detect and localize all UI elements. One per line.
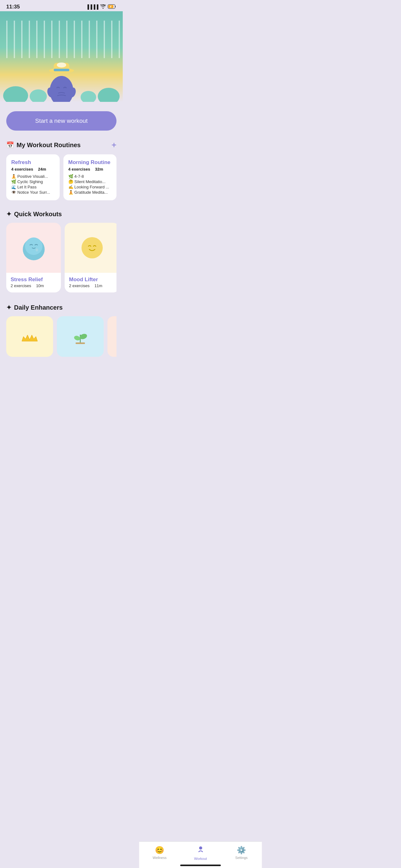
list-item: 👁️ Notice Your Surr...: [11, 190, 55, 195]
daily-section-header: ✦ Daily Enhancers: [6, 304, 116, 311]
list-item: 🤔 Silent Meditatio...: [68, 179, 112, 184]
status-bar: 11:35 ▐▐▐▐: [0, 0, 123, 11]
list-item: ✍️ Looking Forward ...: [68, 185, 112, 189]
quick-card-title-mood: Mood Lifter: [69, 277, 115, 283]
list-item: 🌊 Let It Pass: [11, 185, 55, 189]
routines-grid: Refresh 4 exercises 24m 🧘 Positive Visua…: [6, 154, 116, 200]
status-time: 11:35: [6, 4, 20, 10]
bush-left-1: [3, 86, 28, 102]
quick-workouts-scroll[interactable]: Stress Relief 2 exercises 10m: [6, 223, 116, 294]
status-icons: ▐▐▐▐: [86, 4, 116, 10]
quick-card-info-mood: Mood Lifter 2 exercises 11m: [65, 273, 116, 292]
routine-title-morning: Morning Routine: [68, 159, 112, 165]
quick-card-img-stress: [6, 223, 61, 273]
svg-point-13: [81, 237, 103, 258]
character-mascot: [44, 58, 79, 102]
svg-point-12: [36, 248, 38, 251]
sparkle-icon-daily: ✦: [6, 304, 11, 311]
routine-meta-refresh: 4 exercises 24m: [11, 167, 55, 172]
routine-meta-morning: 4 exercises 32m: [68, 167, 112, 172]
quick-card-stress-relief[interactable]: Stress Relief 2 exercises 10m: [6, 223, 61, 292]
daily-card-0[interactable]: [6, 316, 53, 357]
routines-section-header: 📅 My Workout Routines +: [6, 141, 116, 149]
quick-card-info-stress: Stress Relief 2 exercises 10m: [6, 273, 61, 292]
hero-section: [0, 11, 123, 102]
daily-section-title: ✦ Daily Enhancers: [6, 304, 63, 311]
daily-card-2[interactable]: 🌸: [107, 316, 116, 357]
quick-card-img-mood: [65, 223, 116, 273]
routine-exercises-morning: 🌿 4-7-8 🤔 Silent Meditatio... ✍️ Looking…: [68, 174, 112, 195]
svg-point-6: [49, 76, 73, 102]
svg-rect-4: [54, 69, 69, 71]
bush-right-1: [98, 88, 120, 102]
svg-rect-17: [75, 342, 85, 344]
routines-section-title: 📅 My Workout Routines: [6, 141, 80, 149]
sparkle-icon-quick: ✦: [6, 210, 11, 218]
bush-right-2: [80, 91, 96, 102]
list-item: 🌿 Cyclic Sighing: [11, 179, 55, 184]
signal-icon: ▐▐▐▐: [86, 4, 98, 9]
daily-enhancers-scroll[interactable]: 🌸: [6, 316, 116, 357]
wifi-icon: [100, 4, 106, 10]
start-workout-button[interactable]: Start a new workout: [6, 111, 116, 131]
svg-point-16: [73, 335, 81, 341]
list-item: 🧘 Positive Visuali...: [11, 174, 55, 179]
battery-icon: [108, 4, 116, 10]
svg-point-5: [57, 62, 66, 67]
svg-point-11: [25, 238, 42, 255]
routine-exercises-refresh: 🧘 Positive Visuali... 🌿 Cyclic Sighing 🌊…: [11, 174, 55, 195]
routine-card-morning[interactable]: Morning Routine 4 exercises 32m 🌿 4-7-8 …: [63, 154, 117, 200]
quick-section-header: ✦ Quick Workouts: [6, 210, 116, 218]
calendar-icon: 📅: [6, 141, 14, 149]
quick-card-title-stress: Stress Relief: [11, 277, 57, 283]
quick-card-meta-stress: 2 exercises 10m: [11, 283, 57, 288]
routine-title-refresh: Refresh: [11, 159, 55, 165]
quick-section-title: ✦ Quick Workouts: [6, 210, 62, 218]
quick-card-meta-mood: 2 exercises 11m: [69, 283, 115, 288]
routine-card-refresh[interactable]: Refresh 4 exercises 24m 🧘 Positive Visua…: [6, 154, 60, 200]
list-item: 🌿 4-7-8: [68, 174, 112, 179]
quick-card-mood-lifter[interactable]: Mood Lifter 2 exercises 11m: [65, 223, 116, 292]
list-item: 🧘 Gratitude Medita...: [68, 190, 112, 195]
main-content: Start a new workout 📅 My Workout Routine…: [0, 102, 123, 388]
add-routine-button[interactable]: +: [111, 141, 116, 149]
daily-card-1[interactable]: [57, 316, 104, 357]
